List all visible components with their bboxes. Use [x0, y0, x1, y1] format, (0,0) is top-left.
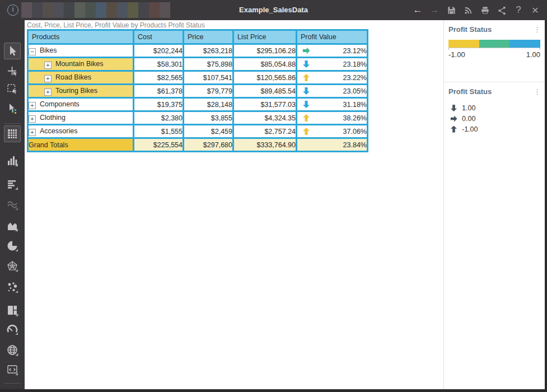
- row-label: Touring Bikes: [55, 87, 97, 95]
- legend-max-label: 1.00: [526, 50, 540, 59]
- profit-cell[interactable]: 23.84%: [297, 139, 367, 151]
- list-price-cell[interactable]: $2,757.24: [234, 125, 296, 137]
- list-price-cell[interactable]: $333,764.90: [234, 139, 296, 151]
- cost-cell[interactable]: $202,244: [134, 45, 183, 57]
- multiselect-pointer-tool-icon[interactable]: [4, 100, 21, 116]
- grand-totals-row: Grand Totals $225,554 $297,680 $333,764.…: [29, 139, 367, 151]
- close-button[interactable]: ×: [527, 0, 544, 20]
- share-button[interactable]: [493, 0, 510, 20]
- pointer-tool-icon[interactable]: [4, 43, 21, 59]
- card-title: Profit Status: [448, 87, 492, 96]
- save-icon: [447, 6, 456, 15]
- price-cell[interactable]: $107,541: [184, 72, 232, 83]
- pivot-grid-tool-icon[interactable]: [4, 125, 21, 142]
- column-header-products[interactable]: Products: [29, 31, 133, 43]
- cost-cell[interactable]: $61,378: [134, 85, 183, 97]
- profit-arrow-icon: [303, 114, 310, 122]
- titlebar-actions: ← →: [409, 0, 544, 20]
- row-label-cell[interactable]: +Clothing: [29, 112, 133, 124]
- profit-value: 38.26%: [343, 114, 367, 122]
- column-header-list-price[interactable]: List Price: [234, 31, 296, 43]
- forward-button[interactable]: →: [426, 0, 443, 20]
- back-button[interactable]: ←: [409, 0, 426, 20]
- save-button[interactable]: [443, 0, 460, 20]
- line-chart-tool-icon[interactable]: [4, 196, 21, 213]
- help-button[interactable]: ?: [510, 0, 527, 20]
- ellipsis-menu-icon[interactable]: [534, 26, 540, 33]
- profit-cell[interactable]: 37.06%: [297, 125, 367, 137]
- gauge-tool-icon[interactable]: [4, 321, 21, 338]
- profit-cell[interactable]: 23.22%: [297, 72, 367, 83]
- legend-item: -1.00: [451, 124, 540, 134]
- titlebar: Example_SalesData ← →: [0, 0, 547, 20]
- cost-cell[interactable]: $19,375: [134, 99, 183, 110]
- expand-toggle[interactable]: +: [44, 62, 52, 69]
- image-widget-tool-icon[interactable]: [4, 361, 21, 378]
- cost-cell[interactable]: $58,301: [134, 58, 183, 70]
- row-label: Mountain Bikes: [55, 60, 103, 68]
- data-feed-button[interactable]: [460, 0, 476, 20]
- row-label: Components: [40, 100, 80, 108]
- price-cell[interactable]: $75,898: [184, 58, 232, 70]
- ellipsis-menu-icon[interactable]: [534, 88, 540, 95]
- marquee-select-tool-icon[interactable]: [4, 81, 21, 97]
- move-pointer-tool-icon[interactable]: [4, 63, 21, 80]
- price-cell[interactable]: $2,459: [184, 125, 232, 137]
- cost-cell[interactable]: $2,380: [134, 112, 183, 124]
- down-arrow-icon: [451, 105, 457, 111]
- pie-chart-tool-icon[interactable]: [4, 237, 21, 254]
- radar-chart-tool-icon[interactable]: [4, 258, 21, 274]
- row-label-cell[interactable]: +Touring Bikes: [29, 85, 133, 97]
- list-price-cell[interactable]: $4,324.35: [234, 112, 296, 124]
- list-price-cell[interactable]: $89,485.54: [234, 85, 296, 97]
- list-price-cell[interactable]: $85,054.88: [234, 58, 296, 70]
- expand-toggle[interactable]: +: [44, 88, 52, 96]
- price-cell[interactable]: $79,779: [184, 85, 232, 97]
- cost-cell[interactable]: $1,555: [134, 125, 183, 137]
- sidebar-separator: [4, 383, 20, 384]
- price-cell[interactable]: $28,148: [184, 99, 232, 110]
- profit-cell[interactable]: 23.12%: [297, 45, 367, 57]
- expand-toggle[interactable]: +: [29, 102, 36, 109]
- row-label-cell[interactable]: +Mountain Bikes: [29, 58, 133, 70]
- up-arrow-icon: [451, 126, 457, 133]
- expand-toggle[interactable]: +: [29, 129, 36, 136]
- profit-cell[interactable]: 23.18%: [297, 58, 367, 70]
- row-label-cell[interactable]: +Components: [29, 99, 133, 110]
- column-header-profit-value[interactable]: Profit Value: [297, 31, 367, 43]
- legend-item-label: 0.00: [462, 115, 475, 123]
- row-label-cell[interactable]: +Road Bikes: [29, 72, 133, 83]
- column-chart-tool-icon[interactable]: [4, 152, 21, 169]
- pivot-table: Products Cost Price List Price Profit Va…: [27, 29, 368, 152]
- row-label-cell[interactable]: −Bikes: [29, 45, 133, 57]
- profit-cell[interactable]: 23.05%: [297, 85, 367, 97]
- price-cell[interactable]: $3,855: [184, 112, 232, 124]
- treemap-tool-icon[interactable]: [4, 302, 21, 319]
- scatter-chart-tool-icon[interactable]: [4, 279, 21, 296]
- row-label: Accessories: [40, 127, 77, 135]
- map-globe-tool-icon[interactable]: [4, 342, 21, 358]
- column-header-price[interactable]: Price: [184, 31, 232, 43]
- print-button[interactable]: [476, 0, 493, 20]
- price-cell[interactable]: $297,680: [184, 139, 232, 151]
- list-price-cell[interactable]: $295,106.28: [234, 45, 296, 57]
- profit-arrow-icon: [303, 87, 310, 95]
- column-header-cost[interactable]: Cost: [134, 31, 183, 43]
- profit-cell[interactable]: 38.26%: [297, 112, 367, 124]
- area-chart-tool-icon[interactable]: [4, 217, 21, 234]
- bar-chart-tool-icon[interactable]: [4, 176, 21, 193]
- expand-toggle[interactable]: +: [44, 75, 52, 82]
- cost-cell[interactable]: $225,554: [134, 139, 183, 151]
- expand-toggle[interactable]: +: [29, 115, 36, 123]
- row-label: Road Bikes: [55, 73, 91, 81]
- row-label-cell[interactable]: +Accessories: [29, 125, 133, 137]
- collapse-toggle[interactable]: −: [29, 48, 36, 55]
- profit-value: 23.18%: [343, 60, 367, 68]
- list-price-cell[interactable]: $120,565.86: [234, 72, 296, 83]
- row-label-cell[interactable]: Grand Totals: [29, 139, 133, 151]
- profit-cell[interactable]: 31.18%: [297, 99, 367, 110]
- price-cell[interactable]: $263,218: [184, 45, 232, 57]
- cost-cell[interactable]: $82,565: [134, 72, 183, 83]
- profit-arrow-icon: [303, 48, 310, 54]
- list-price-cell[interactable]: $31,577.03: [234, 99, 296, 110]
